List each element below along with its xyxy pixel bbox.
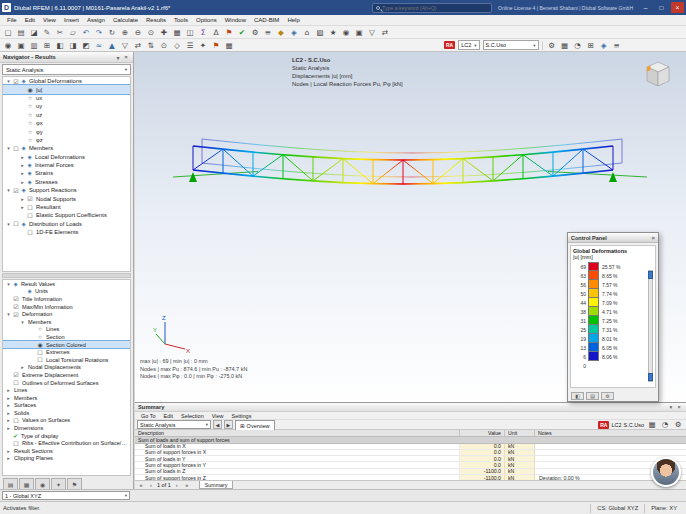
toolbar-icon[interactable]: ◈ (598, 40, 610, 51)
tree-item[interactable]: ○ φx (3, 119, 130, 127)
control-panel-title-bar[interactable]: Control Panel × (568, 233, 658, 243)
tree-item[interactable]: ▸ ◈ Local Deformations (3, 153, 130, 161)
tree-item[interactable]: ✔ Type of display (3, 432, 130, 440)
toolbar-icon[interactable]: ⚑ (210, 40, 222, 51)
tree-expander-icon[interactable]: ▾ (19, 319, 26, 325)
tree-item[interactable]: ◉ Section Colored (3, 341, 130, 349)
color-scale-row[interactable]: 19 8.01 % (573, 334, 653, 343)
navigator-tab[interactable]: ✦ (51, 478, 66, 489)
tree-checkbox[interactable]: ○ (26, 95, 34, 101)
navigation-cube[interactable] (640, 58, 676, 92)
tree-checkbox[interactable]: ○ (26, 137, 34, 143)
tree-item[interactable]: ▸ ☐ Values on Surfaces (3, 417, 130, 425)
menu-item[interactable]: Help (283, 17, 303, 23)
tree-item[interactable]: ☐ Outlines of Deformed Surfaces (3, 379, 130, 387)
tree-item[interactable]: ○ uy (3, 102, 130, 110)
color-scale-row[interactable]: 25 7.31 % (573, 325, 653, 334)
toolbar-icon[interactable]: ⚙ (249, 27, 261, 38)
tree-expander-icon[interactable]: ▸ (5, 417, 12, 423)
tree-checkbox[interactable]: ☑ (12, 311, 20, 318)
tree-checkbox[interactable]: ○ (26, 120, 34, 126)
tree-item[interactable]: ☑ Title Information (3, 295, 130, 303)
tree-checkbox[interactable]: ☐ (26, 229, 34, 236)
tree-expander-icon[interactable]: ▾ (5, 78, 12, 84)
toolbar-icon[interactable]: ▤ (15, 27, 27, 38)
menu-item[interactable]: View (39, 17, 60, 23)
toolbar-icon[interactable]: ▢ (2, 27, 14, 38)
tree-expander-icon[interactable]: ▾ (5, 145, 12, 151)
color-scale-row[interactable]: 13 6.05 % (573, 343, 653, 352)
tree-expander-icon[interactable]: ▸ (5, 425, 12, 431)
tree-item[interactable]: ▸ Dimensions (3, 424, 130, 432)
summary-toolbar-icon[interactable]: ◔ (659, 419, 671, 430)
tree-item[interactable]: ○ φz (3, 136, 130, 144)
toolbar-icon[interactable]: ◨ (67, 40, 79, 51)
tab-summary[interactable]: Summary (199, 481, 234, 489)
column-notes[interactable]: Notes (535, 430, 686, 436)
table-analysis-combo[interactable]: Static Analysis ▾ (137, 420, 211, 429)
tree-item[interactable]: ○ φy (3, 127, 130, 135)
toolbar-icon[interactable]: ★ (327, 27, 339, 38)
last-page-button[interactable]: » (183, 482, 191, 488)
tree-expander-icon[interactable]: ▸ (5, 448, 12, 454)
summary-menu-item[interactable]: View (208, 413, 228, 419)
toolbar-icon[interactable]: ▦ (171, 27, 183, 38)
toolbar-icon[interactable]: ⊕ (119, 27, 131, 38)
menu-item[interactable]: File (3, 17, 21, 23)
tree-checkbox[interactable]: ☑ (12, 187, 20, 194)
toolbar-icon[interactable]: ✦ (197, 40, 209, 51)
menu-item[interactable]: Options (192, 17, 221, 23)
tree-item[interactable]: ◈ Units (3, 288, 130, 296)
toolbar-icon[interactable]: ◩ (80, 40, 92, 51)
close-icon[interactable]: × (122, 54, 130, 60)
tree-item[interactable]: ◉ |u| (3, 85, 130, 93)
navigator-splitter[interactable] (2, 273, 131, 278)
visibility-filter-combo[interactable]: 1 - Global XYZ ▾ (2, 491, 130, 500)
tree-item[interactable]: ○ Section (3, 333, 130, 341)
tree-item[interactable]: ☑ Extreme Displacement (3, 371, 130, 379)
tree-checkbox[interactable]: ☑ (12, 303, 20, 310)
tree-item[interactable]: ▸ Result Sections (3, 447, 130, 455)
tree-item[interactable]: ▾ Members (3, 318, 130, 326)
toolbar-icon[interactable]: ⇅ (145, 40, 157, 51)
tree-item[interactable]: ▸ Nodal Displacements (3, 364, 130, 372)
menu-item[interactable]: Insert (60, 17, 83, 23)
toolbar-icon[interactable]: ⇄ (379, 27, 391, 38)
color-scale-row[interactable]: 6 8.06 % (573, 352, 653, 361)
slider-knob-top[interactable] (648, 271, 653, 279)
tree-item[interactable]: ☐ Ribs - Effective Contribution on Surfa… (3, 439, 130, 447)
toolbar-icon[interactable]: ▣ (15, 40, 27, 51)
tree-expander-icon[interactable]: ▸ (19, 162, 26, 168)
toolbar-icon[interactable]: Δ (210, 27, 222, 38)
first-page-button[interactable]: « (137, 482, 145, 488)
tree-expander-icon[interactable]: ▸ (5, 395, 12, 401)
toolbar-icon[interactable]: ▲ (106, 40, 118, 51)
tree-checkbox[interactable]: ○ (36, 334, 44, 340)
tree-expander-icon[interactable]: ▸ (19, 204, 26, 210)
tree-item[interactable]: ▾ ◈ Result Values (3, 280, 130, 288)
tree-expander-icon[interactable]: ▸ (19, 179, 26, 185)
navigator-tab[interactable]: ◉ (35, 478, 50, 489)
tab-overview[interactable]: ⊞ Overview (235, 420, 275, 430)
tree-item[interactable]: ○ ux (3, 94, 130, 102)
tree-checkbox[interactable]: ☑ (12, 371, 20, 378)
toolbar-icon[interactable]: ↻ (106, 27, 118, 38)
toolbar-icon[interactable]: ▣ (353, 27, 365, 38)
column-unit[interactable]: Unit (505, 430, 535, 436)
toolbar-icon[interactable]: ⊙ (158, 40, 170, 51)
toolbar-icon[interactable]: ≡ (262, 27, 274, 38)
toolbar-icon[interactable]: ▦ (223, 40, 235, 51)
coordinate-system-indicator[interactable]: CS: Global XYZ (590, 504, 644, 513)
toolbar-icon[interactable]: ☰ (184, 40, 196, 51)
load-case-name-combo[interactable]: S.C.Uso ▾ (483, 40, 539, 50)
close-icon[interactable]: × (651, 235, 655, 241)
collapse-icon[interactable]: ▾ (667, 404, 675, 410)
tree-item[interactable]: ▸ ◈ Stresses (3, 178, 130, 186)
maximize-button[interactable]: □ (655, 2, 668, 13)
toolbar-icon[interactable]: ✂ (54, 27, 66, 38)
menu-item[interactable]: Assign (83, 17, 109, 23)
summary-toolbar-icon[interactable]: ▦ (646, 419, 658, 430)
toolbar-icon[interactable]: ▥ (28, 40, 40, 51)
tree-checkbox[interactable]: ○ (26, 112, 34, 118)
tree-item[interactable]: ☐ Extremes (3, 348, 130, 356)
